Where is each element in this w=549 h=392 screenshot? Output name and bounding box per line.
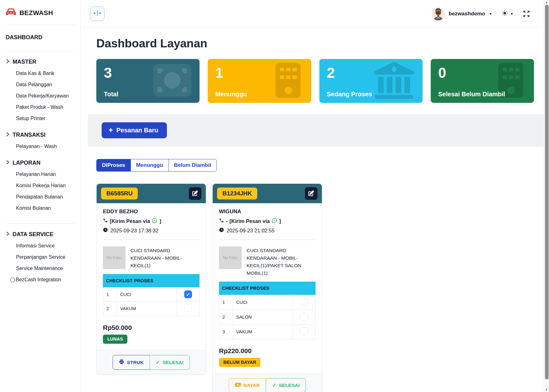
sidebar-group-master-header[interactable]: MASTER	[6, 59, 75, 65]
sidebar: BEZWASH DASHBOARD MASTER Data Kas & Bank…	[0, 0, 81, 392]
checkbox-unchecked[interactable]	[184, 304, 192, 312]
brand-logo[interactable]: BEZWASH	[0, 0, 80, 24]
fullscreen-button[interactable]	[523, 10, 530, 17]
sidebar-item-setup-printer[interactable]: Setup Printer	[16, 113, 75, 124]
edit-order-button[interactable]	[189, 187, 201, 200]
payment-status-badge: BELUM BAYAR	[219, 358, 260, 367]
main-area: bezwashdemo ▼ ▼ Dashboard Layanan	[81, 0, 544, 392]
order-card-header: B6585RU	[97, 184, 206, 203]
finish-button-label: SELESAI	[163, 360, 183, 365]
new-order-label: Pesanan Baru	[116, 127, 158, 134]
phone-icon	[219, 218, 224, 224]
checklist-row: 2 SALON	[219, 310, 316, 325]
tab-belum-diambil[interactable]: Belum Diambil	[168, 159, 217, 172]
clock-icon	[219, 227, 224, 234]
scroll-up-arrow-icon[interactable]: ▲	[544, 1, 549, 4]
sidebar-item-dashboard[interactable]: DASHBOARD	[0, 25, 80, 51]
sidebar-group-laporan-header[interactable]: LAPORAN	[6, 160, 75, 166]
sidebar-item-perpanjangan-service[interactable]: Perpanjangan Service	[16, 252, 75, 263]
topbar: bezwashdemo ▼ ▼	[81, 0, 544, 28]
chevron-down-icon: ▼	[510, 12, 514, 16]
finish-button[interactable]: ✓ SELESAI	[266, 378, 306, 392]
checklist-title: CHECKLIST PROSES	[219, 282, 316, 295]
stat-card-total: 3 Total	[96, 59, 200, 103]
sidebar-item-bezcash-integration[interactable]: BezCash Integration	[10, 274, 75, 285]
chevron-down-icon: ▼	[489, 12, 492, 16]
order-time: 2025-09-23 17:38:32	[103, 227, 200, 234]
divider	[219, 240, 316, 240]
sidebar-item-komisi-bulanan[interactable]: Komisi Bulanan	[16, 203, 75, 214]
message-label: [Kirim Pesan via	[110, 218, 150, 224]
check-icon: ✓	[156, 359, 160, 365]
new-order-button[interactable]: + Pesanan Baru	[102, 122, 167, 138]
building-icon	[273, 63, 303, 99]
cash-icon	[153, 64, 191, 98]
sun-icon	[502, 10, 508, 18]
sidebar-group-label: DATA SERVICE	[13, 231, 53, 238]
order-card-footer: STRUK ✓ SELESAI	[97, 350, 206, 374]
pay-button[interactable]: BAYAR	[229, 378, 266, 392]
sidebar-group-transaksi-header[interactable]: TRANSAKSI	[6, 132, 75, 138]
banknote-icon	[235, 383, 241, 388]
vertical-scrollbar[interactable]: ▲ ▼	[544, 0, 549, 392]
sidebar-item-pendapatan-bulanan[interactable]: Pendapatan Bulanan	[16, 191, 75, 203]
sidebar-item-data-kas-bank[interactable]: Data Kas & Bank	[16, 68, 75, 79]
scrollbar-thumb[interactable]	[545, 5, 549, 379]
receipt-button[interactable]: STRUK	[113, 355, 150, 370]
stat-label: Sedang Proses	[327, 91, 372, 98]
order-price: Rp220.000	[219, 347, 316, 355]
stat-card-sedang-proses: 2 Sedang Proses	[319, 59, 423, 103]
sidebar-item-paket-produk[interactable]: Paket Produk - Wash	[16, 102, 75, 113]
user-menu[interactable]: bezwashdemo ▼	[432, 7, 492, 20]
finish-button[interactable]: ✓ SELESAI	[150, 355, 190, 370]
tab-menunggu[interactable]: Menunggu	[131, 159, 169, 172]
customer-name: WIGUNA	[219, 209, 316, 215]
sidebar-item-komisi-pekerja-harian[interactable]: Komisi Pekerja Harian	[16, 180, 75, 191]
phone-icon	[103, 218, 108, 224]
theme-switcher[interactable]: ▼	[502, 10, 514, 18]
plate-badge: B6585RU	[101, 188, 138, 199]
checkbox-unchecked[interactable]	[300, 298, 308, 306]
stat-label: Total	[104, 91, 118, 98]
edit-order-button[interactable]	[305, 187, 317, 200]
scroll-down-arrow-icon[interactable]: ▼	[544, 388, 549, 391]
sidebar-group-transaksi: TRANSAKSI Pelayanan - Wash	[0, 124, 80, 152]
sidebar-item-pelayanan-harian[interactable]: Pelayanan Harian	[16, 169, 75, 180]
checklist-row: 1 CUCI ✓	[103, 288, 200, 301]
tab-diproses[interactable]: DiProses	[96, 159, 131, 172]
no-photo-placeholder: No Foto;	[103, 246, 125, 269]
sidebar-item-service-maintenance[interactable]: Service Maintenance	[16, 263, 75, 274]
checkbox-unchecked[interactable]	[300, 313, 308, 320]
check-icon: ✓	[272, 382, 276, 388]
message-label: [Kirim Pesan via	[230, 218, 270, 224]
product-name: CUCI STANDARD KENDARAAN - MOBIL-KECIL(1)…	[247, 246, 316, 277]
sidebar-item-data-pekerja[interactable]: Data Pekerja/Karyawan	[16, 90, 75, 102]
product-row: No Foto; CUCI STANDARD KENDARAAN - MOBIL…	[219, 246, 316, 277]
order-card-footer: BAYAR ✓ SELESAI	[213, 373, 322, 392]
receipt-button-label: STRUK	[127, 360, 143, 365]
checkbox-checked[interactable]: ✓	[184, 290, 192, 298]
sidebar-item-data-pelanggan[interactable]: Data Pelanggan	[16, 79, 75, 90]
message-suffix: ]	[279, 218, 281, 224]
sidebar-group-laporan: LAPORAN Pelayanan Harian Komisi Pekerja …	[0, 152, 80, 214]
sidebar-group-master: MASTER Data Kas & Bank Data Pelanggan Da…	[0, 51, 80, 124]
checkbox-unchecked[interactable]	[300, 327, 308, 335]
username: bezwashdemo	[449, 11, 485, 17]
order-time: 2025-09-23 21:02:55	[219, 227, 316, 234]
sidebar-item-pelayanan-wash[interactable]: Pelayanan - Wash	[16, 141, 75, 152]
stat-card-selesai-belum-diambil: 0 Selesai Belum Diambil	[431, 59, 534, 103]
order-card-header: B1234JHK	[213, 184, 322, 203]
contact-line[interactable]: - [Kirim Pesan via ]	[219, 218, 316, 225]
sidebar-group-label: TRANSAKSI	[13, 132, 45, 138]
contact-line[interactable]: [Kirim Pesan via ]	[103, 218, 200, 225]
sidebar-group-data-service-header[interactable]: DATA SERVICE	[6, 231, 75, 238]
bank-icon	[374, 62, 414, 100]
sidebar-item-informasi-service[interactable]: Informasi Service	[16, 240, 75, 252]
status-tabs: DiProses Menunggu Belum Diambil	[96, 159, 217, 172]
checklist-row-number: 2	[219, 310, 233, 325]
car-icon	[6, 8, 16, 18]
customer-name: EDDY BEZHO	[103, 209, 200, 215]
collapse-sidebar-button[interactable]	[90, 7, 104, 21]
stat-cards: 3 Total 1	[96, 59, 534, 103]
checklist-row-name: VAKUM	[233, 325, 293, 339]
